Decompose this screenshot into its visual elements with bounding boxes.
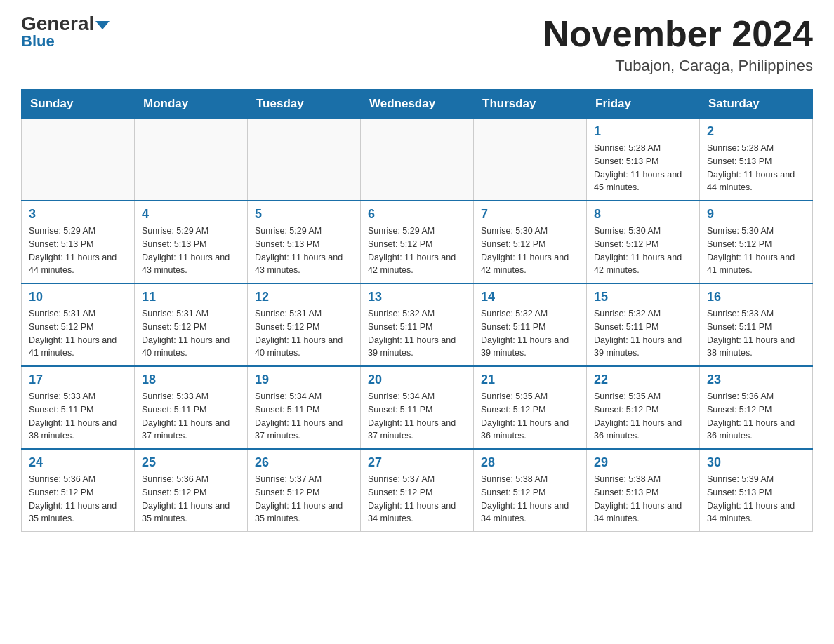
day-number: 27	[368, 455, 466, 470]
calendar-day-header: Saturday	[700, 90, 813, 119]
day-number: 25	[142, 455, 240, 470]
day-info: Sunrise: 5:31 AMSunset: 5:12 PMDaylight:…	[142, 307, 240, 360]
day-number: 23	[707, 373, 805, 387]
day-info: Sunrise: 5:32 AMSunset: 5:11 PMDaylight:…	[368, 307, 466, 360]
calendar-cell	[361, 119, 474, 201]
day-number: 30	[707, 455, 805, 470]
calendar-header-row: SundayMondayTuesdayWednesdayThursdayFrid…	[22, 90, 813, 119]
day-info: Sunrise: 5:36 AMSunset: 5:12 PMDaylight:…	[29, 473, 127, 525]
day-info: Sunrise: 5:36 AMSunset: 5:12 PMDaylight:…	[142, 473, 240, 525]
day-info: Sunrise: 5:29 AMSunset: 5:13 PMDaylight:…	[142, 224, 240, 277]
calendar-cell: 12Sunrise: 5:31 AMSunset: 5:12 PMDayligh…	[248, 283, 361, 366]
calendar-cell: 26Sunrise: 5:37 AMSunset: 5:12 PMDayligh…	[248, 449, 361, 532]
calendar-cell: 19Sunrise: 5:34 AMSunset: 5:11 PMDayligh…	[248, 366, 361, 449]
calendar-day-header: Wednesday	[361, 90, 474, 119]
day-info: Sunrise: 5:30 AMSunset: 5:12 PMDaylight:…	[481, 224, 579, 277]
day-info: Sunrise: 5:30 AMSunset: 5:12 PMDaylight:…	[707, 224, 805, 277]
location-subtitle: Tubajon, Caraga, Philippines	[543, 57, 813, 75]
calendar-day-header: Monday	[135, 90, 248, 119]
day-number: 7	[481, 207, 579, 222]
day-number: 14	[481, 290, 579, 304]
calendar-cell: 6Sunrise: 5:29 AMSunset: 5:12 PMDaylight…	[361, 201, 474, 283]
day-info: Sunrise: 5:29 AMSunset: 5:13 PMDaylight:…	[29, 224, 127, 277]
day-number: 21	[481, 373, 579, 387]
day-number: 16	[707, 290, 805, 304]
calendar-cell	[22, 119, 135, 201]
day-info: Sunrise: 5:34 AMSunset: 5:11 PMDaylight:…	[255, 390, 353, 443]
calendar-day-header: Sunday	[22, 90, 135, 119]
calendar-cell: 10Sunrise: 5:31 AMSunset: 5:12 PMDayligh…	[22, 283, 135, 366]
logo: General Blue	[21, 14, 110, 51]
logo-blue: Blue	[21, 32, 55, 51]
day-number: 11	[142, 290, 240, 304]
calendar-day-header: Tuesday	[248, 90, 361, 119]
day-info: Sunrise: 5:28 AMSunset: 5:13 PMDaylight:…	[707, 142, 805, 194]
day-info: Sunrise: 5:32 AMSunset: 5:11 PMDaylight:…	[481, 307, 579, 360]
day-number: 18	[142, 373, 240, 387]
calendar-cell: 3Sunrise: 5:29 AMSunset: 5:13 PMDaylight…	[22, 201, 135, 283]
calendar-cell: 20Sunrise: 5:34 AMSunset: 5:11 PMDayligh…	[361, 366, 474, 449]
day-number: 10	[29, 290, 127, 304]
calendar-cell: 8Sunrise: 5:30 AMSunset: 5:12 PMDaylight…	[587, 201, 700, 283]
day-number: 13	[368, 290, 466, 304]
day-number: 4	[142, 207, 240, 222]
calendar-cell: 1Sunrise: 5:28 AMSunset: 5:13 PMDaylight…	[587, 119, 700, 201]
calendar-cell: 15Sunrise: 5:32 AMSunset: 5:11 PMDayligh…	[587, 283, 700, 366]
calendar-cell: 7Sunrise: 5:30 AMSunset: 5:12 PMDaylight…	[474, 201, 587, 283]
title-area: November 2024 Tubajon, Caraga, Philippin…	[543, 14, 813, 75]
calendar-cell	[135, 119, 248, 201]
day-info: Sunrise: 5:39 AMSunset: 5:13 PMDaylight:…	[707, 473, 805, 525]
day-number: 1	[594, 124, 692, 139]
calendar-cell: 28Sunrise: 5:38 AMSunset: 5:12 PMDayligh…	[474, 449, 587, 532]
calendar-cell: 27Sunrise: 5:37 AMSunset: 5:12 PMDayligh…	[361, 449, 474, 532]
day-info: Sunrise: 5:28 AMSunset: 5:13 PMDaylight:…	[594, 142, 692, 194]
day-number: 5	[255, 207, 353, 222]
day-info: Sunrise: 5:31 AMSunset: 5:12 PMDaylight:…	[29, 307, 127, 360]
day-number: 24	[29, 455, 127, 470]
calendar-cell: 4Sunrise: 5:29 AMSunset: 5:13 PMDaylight…	[135, 201, 248, 283]
calendar-cell: 5Sunrise: 5:29 AMSunset: 5:13 PMDaylight…	[248, 201, 361, 283]
logo-triangle-icon	[95, 21, 110, 29]
day-info: Sunrise: 5:38 AMSunset: 5:12 PMDaylight:…	[481, 473, 579, 525]
calendar-day-header: Thursday	[474, 90, 587, 119]
calendar-cell: 21Sunrise: 5:35 AMSunset: 5:12 PMDayligh…	[474, 366, 587, 449]
day-number: 17	[29, 373, 127, 387]
day-number: 28	[481, 455, 579, 470]
month-year-title: November 2024	[543, 14, 813, 54]
day-info: Sunrise: 5:34 AMSunset: 5:11 PMDaylight:…	[368, 390, 466, 443]
day-info: Sunrise: 5:30 AMSunset: 5:12 PMDaylight:…	[594, 224, 692, 277]
day-number: 20	[368, 373, 466, 387]
day-info: Sunrise: 5:35 AMSunset: 5:12 PMDaylight:…	[594, 390, 692, 443]
calendar-cell: 25Sunrise: 5:36 AMSunset: 5:12 PMDayligh…	[135, 449, 248, 532]
calendar-cell: 9Sunrise: 5:30 AMSunset: 5:12 PMDaylight…	[700, 201, 813, 283]
day-info: Sunrise: 5:31 AMSunset: 5:12 PMDaylight:…	[255, 307, 353, 360]
calendar-cell: 16Sunrise: 5:33 AMSunset: 5:11 PMDayligh…	[700, 283, 813, 366]
day-number: 29	[594, 455, 692, 470]
day-number: 22	[594, 373, 692, 387]
day-number: 6	[368, 207, 466, 222]
calendar-day-header: Friday	[587, 90, 700, 119]
day-info: Sunrise: 5:33 AMSunset: 5:11 PMDaylight:…	[29, 390, 127, 443]
day-info: Sunrise: 5:37 AMSunset: 5:12 PMDaylight:…	[255, 473, 353, 525]
day-info: Sunrise: 5:38 AMSunset: 5:13 PMDaylight:…	[594, 473, 692, 525]
calendar-week-row: 10Sunrise: 5:31 AMSunset: 5:12 PMDayligh…	[22, 283, 813, 366]
day-info: Sunrise: 5:33 AMSunset: 5:11 PMDaylight:…	[142, 390, 240, 443]
calendar-cell	[474, 119, 587, 201]
day-number: 9	[707, 207, 805, 222]
calendar-cell: 13Sunrise: 5:32 AMSunset: 5:11 PMDayligh…	[361, 283, 474, 366]
day-info: Sunrise: 5:35 AMSunset: 5:12 PMDaylight:…	[481, 390, 579, 443]
day-number: 26	[255, 455, 353, 470]
calendar-cell: 24Sunrise: 5:36 AMSunset: 5:12 PMDayligh…	[22, 449, 135, 532]
day-info: Sunrise: 5:32 AMSunset: 5:11 PMDaylight:…	[594, 307, 692, 360]
calendar-cell: 30Sunrise: 5:39 AMSunset: 5:13 PMDayligh…	[700, 449, 813, 532]
calendar-cell: 23Sunrise: 5:36 AMSunset: 5:12 PMDayligh…	[700, 366, 813, 449]
calendar-table: SundayMondayTuesdayWednesdayThursdayFrid…	[21, 89, 813, 532]
day-info: Sunrise: 5:29 AMSunset: 5:12 PMDaylight:…	[368, 224, 466, 277]
day-info: Sunrise: 5:33 AMSunset: 5:11 PMDaylight:…	[707, 307, 805, 360]
calendar-cell: 2Sunrise: 5:28 AMSunset: 5:13 PMDaylight…	[700, 119, 813, 201]
calendar-week-row: 17Sunrise: 5:33 AMSunset: 5:11 PMDayligh…	[22, 366, 813, 449]
calendar-cell: 29Sunrise: 5:38 AMSunset: 5:13 PMDayligh…	[587, 449, 700, 532]
day-number: 12	[255, 290, 353, 304]
calendar-week-row: 1Sunrise: 5:28 AMSunset: 5:13 PMDaylight…	[22, 119, 813, 201]
logo-general: General	[21, 14, 110, 34]
